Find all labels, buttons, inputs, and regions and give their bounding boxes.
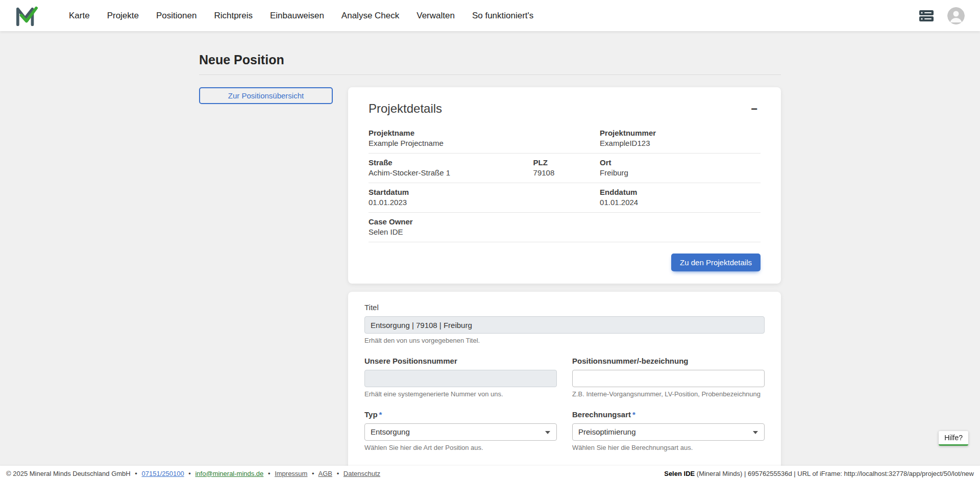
berechnungsart-group: Berechnungsart* Preisoptimierung Wählen … bbox=[572, 410, 765, 451]
chevron-down-icon bbox=[753, 431, 758, 434]
field-value: Freiburg bbox=[600, 168, 761, 177]
table-row: Startdatum 01.01.2023 Enddatum 01.01.202… bbox=[369, 183, 761, 213]
nav-item-verwalten[interactable]: Verwalten bbox=[408, 0, 463, 31]
table-row: Case Owner Selen IDE bbox=[369, 213, 761, 242]
typ-select-value: Entsorgung bbox=[371, 427, 410, 436]
field-label: Case Owner bbox=[369, 217, 761, 226]
titel-group: Titel Erhält den von uns vorgegebenen Ti… bbox=[364, 303, 765, 344]
title-divider bbox=[199, 74, 781, 75]
logo-icon[interactable] bbox=[15, 6, 38, 26]
typ-select[interactable]: Entsorgung bbox=[364, 423, 557, 441]
field-value: 79108 bbox=[533, 168, 600, 177]
server-icon[interactable] bbox=[918, 9, 935, 23]
agb-link[interactable]: AGB bbox=[318, 470, 332, 477]
typ-label: Typ* bbox=[364, 410, 557, 419]
nav-item-richtpreis[interactable]: Richtpreis bbox=[205, 0, 261, 31]
field-ort: Ort Freiburg bbox=[600, 158, 761, 177]
copyright-text: © 2025 Mineral Minds Deutschland GmbH bbox=[6, 470, 131, 477]
typ-group: Typ* Entsorgung Wählen Sie hier die Art … bbox=[364, 410, 557, 451]
titel-label: Titel bbox=[364, 303, 765, 312]
table-row: Straße Achim-Stocker-Straße 1 PLZ 79108 … bbox=[369, 154, 761, 183]
field-value: 01.01.2023 bbox=[369, 198, 600, 207]
nav-item-positionen[interactable]: Positionen bbox=[148, 0, 205, 31]
footer-left: © 2025 Mineral Minds Deutschland GmbH • … bbox=[6, 470, 380, 477]
field-strasse: Straße Achim-Stocker-Straße 1 bbox=[369, 158, 533, 177]
project-details-button[interactable]: Zu den Projektdetails bbox=[671, 254, 761, 271]
unsere-positionsnummer-group: Unsere Positionsnummer Erhält eine syste… bbox=[364, 357, 557, 398]
positionsnummer-group: Positionsnummer/-bezeichnung Z.B. Intern… bbox=[572, 357, 765, 398]
field-label: Projektnummer bbox=[600, 129, 761, 137]
field-label: PLZ bbox=[533, 158, 600, 167]
chevron-down-icon bbox=[545, 431, 550, 434]
positionsnummer-input[interactable] bbox=[572, 370, 765, 387]
field-label: Startdatum bbox=[369, 188, 600, 196]
unsere-positionsnummer-input[interactable] bbox=[364, 370, 557, 387]
titel-input[interactable] bbox=[364, 316, 765, 334]
unsere-positionsnummer-helper: Erhält eine systemgenerierte Nummer von … bbox=[364, 390, 557, 398]
field-projektname: Projektname Example Projectname bbox=[369, 129, 600, 147]
required-asterisk: * bbox=[632, 410, 635, 419]
field-label: Straße bbox=[369, 158, 533, 167]
field-value: Example Projectname bbox=[369, 139, 600, 147]
footer-session-info: Selen IDE (Mineral Minds) | 69576255536d… bbox=[664, 470, 974, 477]
user-avatar[interactable] bbox=[947, 7, 965, 24]
nav-item-einbauweisen[interactable]: Einbauweisen bbox=[261, 0, 333, 31]
field-value: ExampleID123 bbox=[600, 139, 761, 147]
berechnungsart-label: Berechnungsart* bbox=[572, 410, 765, 419]
berechnungsart-select-value: Preisoptimierung bbox=[578, 427, 636, 436]
project-details-grid: Projektname Example Projectname Projektn… bbox=[369, 124, 761, 242]
nav-item-projekte[interactable]: Projekte bbox=[99, 0, 148, 31]
required-asterisk: * bbox=[379, 410, 382, 419]
nav-item-analyse-check[interactable]: Analyse Check bbox=[333, 0, 408, 31]
field-value: Selen IDE bbox=[369, 227, 761, 236]
project-details-title: Projektdetails bbox=[369, 102, 442, 116]
field-label: Enddatum bbox=[600, 188, 761, 196]
positionsnummer-label: Positionsnummer/-bezeichnung bbox=[572, 357, 765, 365]
email-link[interactable]: info@mineral-minds.de bbox=[195, 470, 263, 477]
typ-helper: Wählen Sie hier die Art der Position aus… bbox=[364, 444, 557, 451]
field-label: Projektname bbox=[369, 129, 600, 137]
project-details-card: Projektdetails − Projektname Example Pro… bbox=[348, 87, 781, 284]
page-title: Neue Position bbox=[199, 53, 781, 67]
berechnungsart-helper: Wählen Sie hier die Berechnungsart aus. bbox=[572, 444, 765, 451]
impressum-link[interactable]: Impressum bbox=[275, 470, 307, 477]
field-startdatum: Startdatum 01.01.2023 bbox=[369, 188, 600, 207]
titel-helper: Erhält den von uns vorgegebenen Titel. bbox=[364, 337, 765, 344]
back-to-positions-button[interactable]: Zur Positionsübersicht bbox=[199, 87, 333, 104]
main-nav: Karte Projekte Positionen Richtpreis Ein… bbox=[60, 0, 542, 31]
phone-link[interactable]: 07151/250100 bbox=[142, 470, 184, 477]
session-details: (Mineral Minds) | 69576255536d | URL of … bbox=[695, 470, 974, 477]
field-enddatum: Enddatum 01.01.2024 bbox=[600, 188, 761, 207]
field-value: 01.01.2024 bbox=[600, 198, 761, 207]
field-projektnummer: Projektnummer ExampleID123 bbox=[600, 129, 761, 147]
field-label: Ort bbox=[600, 158, 761, 167]
page-content: Neue Position Zur Positionsübersicht Pro… bbox=[0, 31, 980, 466]
nav-item-karte[interactable]: Karte bbox=[60, 0, 99, 31]
berechnungsart-select[interactable]: Preisoptimierung bbox=[572, 423, 765, 441]
field-case-owner: Case Owner Selen IDE bbox=[369, 217, 761, 236]
footer: © 2025 Mineral Minds Deutschland GmbH • … bbox=[0, 466, 980, 481]
field-plz: PLZ 79108 bbox=[533, 158, 600, 177]
datenschutz-link[interactable]: Datenschutz bbox=[344, 470, 380, 477]
help-button[interactable]: Hilfe? bbox=[939, 431, 968, 446]
positionsnummer-helper: Z.B. Interne-Vorgangsnummer, LV-Position… bbox=[572, 390, 765, 398]
table-row: Projektname Example Projectname Projektn… bbox=[369, 124, 761, 154]
unsere-positionsnummer-label: Unsere Positionsnummer bbox=[364, 357, 557, 365]
field-value: Achim-Stocker-Straße 1 bbox=[369, 168, 533, 177]
session-user: Selen IDE bbox=[664, 470, 695, 477]
nav-item-so-funktionierts[interactable]: So funktioniert's bbox=[463, 0, 542, 31]
collapse-button[interactable]: − bbox=[748, 102, 761, 117]
new-position-form-card: Titel Erhält den von uns vorgegebenen Ti… bbox=[348, 292, 781, 466]
top-navbar: Karte Projekte Positionen Richtpreis Ein… bbox=[0, 0, 980, 31]
